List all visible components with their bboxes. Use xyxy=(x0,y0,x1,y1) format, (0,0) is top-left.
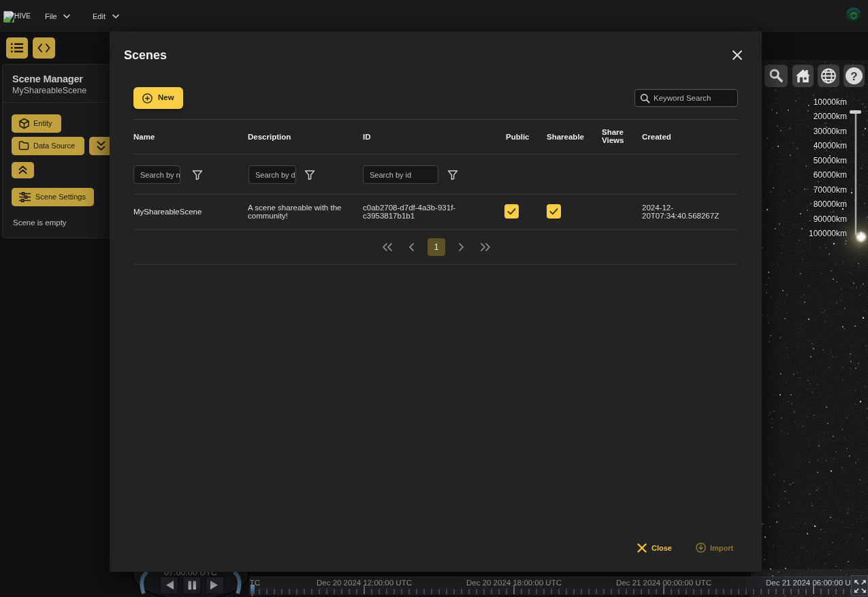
svg-text:?: ? xyxy=(850,70,857,83)
